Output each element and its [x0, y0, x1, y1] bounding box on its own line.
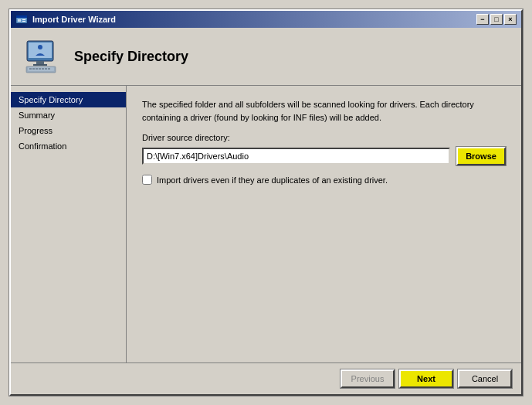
svg-rect-15 — [39, 68, 41, 70]
checkbox-label: Import drivers even if they are duplicat… — [157, 175, 388, 185]
svg-rect-12 — [29, 68, 32, 70]
minimize-button[interactable]: − — [476, 14, 489, 25]
svg-rect-17 — [45, 68, 47, 70]
input-row: Browse — [142, 147, 506, 165]
sidebar-item-progress[interactable]: Progress — [11, 123, 126, 138]
sidebar-item-specify-directory[interactable]: Specify Directory — [11, 92, 126, 107]
maximize-button[interactable]: □ — [490, 14, 503, 25]
content-area: Specify Directory Summary Progress Confi… — [11, 86, 521, 362]
next-button[interactable]: Next — [399, 369, 453, 388]
sidebar: Specify Directory Summary Progress Confi… — [11, 86, 127, 362]
browse-button[interactable]: Browse — [456, 147, 506, 165]
header-section: Specify Directory — [11, 28, 521, 86]
wizard-icon — [15, 13, 28, 26]
previous-button[interactable]: Previous — [341, 369, 395, 388]
title-bar-buttons: − □ × — [476, 14, 517, 25]
svg-rect-4 — [22, 21, 25, 22]
main-window: Import Driver Wizard − □ × — [9, 9, 523, 396]
footer: Previous Next Cancel — [11, 362, 521, 394]
checkbox-row: Import drivers even if they are duplicat… — [142, 175, 506, 185]
header-title: Specify Directory — [74, 49, 188, 65]
close-button[interactable]: × — [504, 14, 517, 25]
sidebar-item-summary[interactable]: Summary — [11, 107, 126, 123]
duplicate-drivers-checkbox[interactable] — [142, 175, 152, 185]
svg-point-19 — [38, 45, 42, 49]
svg-rect-8 — [36, 61, 44, 64]
svg-rect-9 — [33, 64, 47, 66]
svg-rect-18 — [48, 68, 50, 70]
title-bar-left: Import Driver Wizard — [15, 13, 116, 26]
svg-rect-14 — [36, 68, 38, 70]
title-text: Import Driver Wizard — [32, 15, 116, 24]
field-label: Driver source directory: — [142, 133, 506, 142]
computer-icon — [23, 37, 62, 76]
svg-rect-13 — [32, 68, 35, 70]
title-bar: Import Driver Wizard − □ × — [11, 11, 521, 28]
main-content: The specified folder and all subfolders … — [127, 86, 521, 362]
sidebar-item-confirmation[interactable]: Confirmation — [11, 138, 126, 154]
svg-rect-16 — [42, 68, 44, 70]
svg-rect-1 — [16, 15, 27, 18]
directory-input[interactable] — [142, 148, 450, 165]
svg-rect-3 — [22, 19, 25, 20]
cancel-button[interactable]: Cancel — [458, 369, 512, 388]
svg-rect-2 — [18, 19, 21, 22]
field-section: Driver source directory: Browse — [142, 133, 506, 165]
description-text: The specified folder and all subfolders … — [142, 98, 506, 124]
